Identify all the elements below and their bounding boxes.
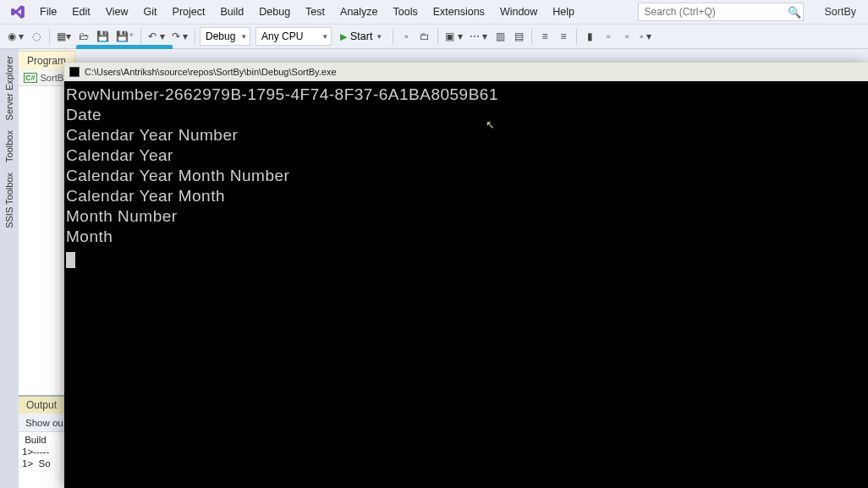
console-line: Calendar Year Month Number (64, 166, 868, 186)
menu-file[interactable]: File (32, 3, 64, 21)
console-title-text: C:\Users\Antriksh\source\repos\SortBy\bi… (85, 67, 337, 77)
menu-test[interactable]: Test (298, 3, 332, 21)
console-titlebar[interactable]: C:\Users\Antriksh\source\repos\SortBy\bi… (64, 63, 868, 81)
tool-btn-4[interactable]: ⋯ ▾ (467, 27, 490, 46)
side-tab-server-explorer[interactable]: Server Explorer (3, 52, 16, 123)
search-input[interactable] (639, 6, 786, 18)
tool-btn-1[interactable]: ▫ (398, 27, 415, 46)
menu-help[interactable]: Help (545, 3, 582, 21)
comment-button[interactable]: ▮ (581, 27, 598, 46)
save-button[interactable]: 💾 (94, 27, 112, 46)
output-tab[interactable]: Output (19, 397, 64, 414)
cs-icon: C# (24, 73, 37, 83)
menu-project[interactable]: Project (165, 3, 213, 21)
open-file-button[interactable]: 🗁 (75, 27, 92, 46)
tool-btn-5[interactable]: ▥ (492, 27, 508, 46)
console-output[interactable]: RowNumber-2662979B-1795-4F74-8F37-6A1BA8… (64, 81, 868, 488)
nav-back-button[interactable]: ◉ ▾ (5, 27, 26, 46)
save-all-button[interactable]: 💾⁺ (113, 27, 136, 46)
console-window[interactable]: C:\Users\Antriksh\source\repos\SortBy\bi… (64, 63, 868, 488)
undo-button[interactable]: ↶ ▾ (146, 27, 167, 46)
search-icon[interactable]: 🔍 (786, 6, 803, 19)
console-line: Date (64, 105, 868, 125)
tool-btn-2[interactable]: 🗀 (416, 27, 433, 46)
console-line: Month (64, 227, 868, 247)
indent-left-button[interactable]: ≡ (536, 27, 553, 46)
bookmark-next-button[interactable]: ▫ ▾ (637, 27, 654, 46)
menu-analyze[interactable]: Analyze (332, 3, 385, 21)
menu-view[interactable]: View (98, 3, 136, 21)
console-line: Calendar Year (64, 145, 868, 166)
console-line: Calendar Year Number (64, 125, 868, 145)
console-cursor (66, 252, 75, 268)
tool-btn-6[interactable]: ▤ (510, 27, 527, 46)
indent-right-button[interactable]: ≡ (555, 27, 572, 46)
menu-git[interactable]: Git (136, 3, 165, 21)
start-debug-button[interactable]: ▶ Start (333, 27, 388, 46)
start-label: Start (350, 30, 372, 42)
redo-button[interactable]: ↷ ▾ (169, 27, 190, 46)
config-dropdown[interactable]: Debug (200, 27, 250, 46)
editor-context-label: SortB (41, 73, 64, 83)
menu-extensions[interactable]: Extensions (426, 3, 492, 21)
side-tab-toolbox[interactable]: Toolbox (3, 127, 16, 166)
play-icon: ▶ (340, 31, 347, 42)
uncomment-button[interactable]: ▫ (600, 27, 617, 46)
menu-edit[interactable]: Edit (64, 3, 98, 21)
menu-bar: File Edit View Git Project Build Debug T… (0, 0, 868, 24)
solution-name: SortBy (812, 3, 868, 21)
bookmark-button[interactable]: ▫ (618, 27, 635, 46)
console-line: Calendar Year Month (64, 186, 868, 206)
menu-window[interactable]: Window (492, 3, 545, 21)
vs-logo-icon (8, 3, 27, 21)
quick-search[interactable]: 🔍 (638, 3, 804, 21)
console-line: Month Number (64, 206, 868, 227)
nav-fwd-button[interactable]: ◌ (28, 27, 45, 46)
new-project-button[interactable]: ▦▾ (54, 27, 74, 46)
menu-debug[interactable]: Debug (251, 3, 298, 21)
side-tab-ssis-toolbox[interactable]: SSIS Toolbox (3, 169, 16, 232)
left-tool-tabs: Server Explorer Toolbox SSIS Toolbox (0, 49, 19, 488)
platform-dropdown[interactable]: Any CPU (255, 27, 332, 46)
menu-tools[interactable]: Tools (386, 3, 426, 21)
console-line: RowNumber-2662979B-1795-4F74-8F37-6A1BA8… (64, 85, 868, 105)
console-icon (69, 67, 80, 77)
menu-build[interactable]: Build (212, 3, 251, 21)
tool-btn-3[interactable]: ▣ ▾ (442, 27, 464, 46)
